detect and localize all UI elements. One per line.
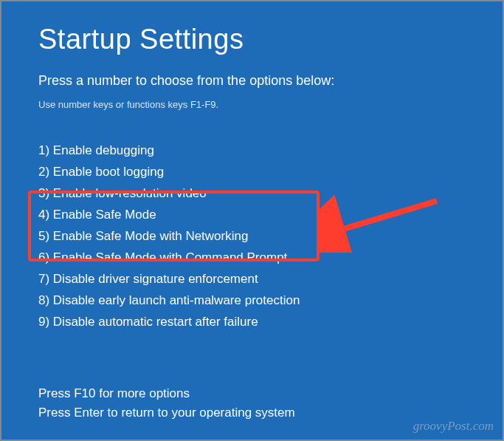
option-1[interactable]: 1) Enable debugging [38,140,466,161]
option-6[interactable]: 6) Enable Safe Mode with Command Prompt [38,247,466,268]
options-list: 1) Enable debugging 2) Enable boot loggi… [38,140,466,332]
option-5[interactable]: 5) Enable Safe Mode with Networking [38,225,466,247]
option-4[interactable]: 4) Enable Safe Mode [38,204,466,225]
watermark: groovyPost.com [413,419,494,434]
page-title: Startup Settings [38,24,466,55]
option-7[interactable]: 7) Disable driver signature enforcement [38,268,466,290]
instruction-text: Press a number to choose from the option… [38,73,466,89]
startup-settings-screen: Startup Settings Press a number to choos… [1,1,503,437]
option-3[interactable]: 3) Enable low-resolution video [38,182,466,204]
option-9[interactable]: 9) Disable automatic restart after failu… [38,311,466,332]
option-2[interactable]: 2) Enable boot logging [38,161,466,182]
return-hint: Press Enter to return to your operating … [38,403,466,423]
more-options-hint: Press F10 for more options [38,384,466,403]
option-8[interactable]: 8) Disable early launch anti-malware pro… [38,290,466,311]
hint-text: Use number keys or functions keys F1-F9. [38,99,466,110]
